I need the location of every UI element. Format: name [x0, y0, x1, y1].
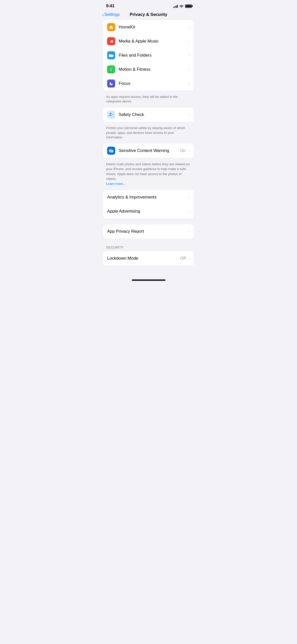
chevron-right-icon: ›: [189, 229, 190, 233]
media-music-label: Media & Apple Music: [119, 39, 187, 44]
sensitive-content-item[interactable]: Sensitive Content Warning On ›: [103, 144, 194, 158]
chevron-right-icon: ›: [189, 256, 190, 260]
advertising-label: Apple Advertising: [107, 209, 187, 214]
sensitive-content-value: On: [180, 148, 186, 153]
chevron-right-icon: ›: [189, 53, 190, 57]
analytics-advertising-group: Analytics & Improvements › Apple Adverti…: [103, 190, 194, 218]
permissions-group: HomeKit › Media & Apple Music › Files an…: [103, 20, 194, 91]
focus-label: Focus: [119, 81, 187, 86]
safety-check-item[interactable]: Safety Check ›: [103, 108, 194, 122]
page-title: Privacy & Security: [130, 12, 167, 17]
chevron-right-icon: ›: [189, 39, 190, 43]
chevron-right-icon: ›: [189, 25, 190, 29]
analytics-label: Analytics & Improvements: [107, 195, 187, 200]
chevron-right-icon: ›: [189, 209, 190, 213]
svg-point-0: [112, 68, 112, 68]
security-section-label: SECURITY: [99, 240, 198, 251]
music-icon: [107, 37, 115, 45]
home-bar: [132, 279, 165, 281]
analytics-item[interactable]: Analytics & Improvements ›: [103, 190, 194, 204]
files-icon: [107, 51, 115, 59]
security-group: Lockdown Mode Off ›: [103, 251, 194, 265]
chevron-right-icon: ›: [189, 113, 190, 117]
lockdown-mode-item[interactable]: Lockdown Mode Off ›: [103, 251, 194, 265]
signal-icon: [173, 5, 178, 8]
app-privacy-report-item[interactable]: App Privacy Report ›: [103, 224, 194, 238]
status-time: 9:41: [106, 4, 114, 9]
nav-header: ‹ Settings Privacy & Security: [99, 11, 198, 20]
battery-icon: [185, 5, 192, 8]
safety-check-note: Protect your personal safety by staying …: [99, 124, 198, 144]
homekit-icon: [107, 23, 115, 31]
back-chevron-icon: ‹: [102, 12, 104, 17]
focus-item[interactable]: Focus ›: [103, 76, 194, 91]
media-music-item[interactable]: Media & Apple Music ›: [103, 34, 194, 48]
back-button[interactable]: ‹ Settings: [102, 12, 120, 17]
learn-more-link[interactable]: Learn more...: [106, 182, 125, 186]
sensitive-content-label: Sensitive Content Warning: [119, 148, 180, 153]
status-icons: [173, 5, 192, 8]
app-privacy-report-label: App Privacy Report: [107, 229, 187, 234]
chevron-right-icon: ›: [189, 67, 190, 71]
motion-fitness-label: Motion & Fitness: [119, 67, 187, 72]
lockdown-mode-label: Lockdown Mode: [107, 256, 180, 261]
fitness-icon: [107, 65, 115, 73]
homekit-label: HomeKit: [119, 25, 187, 30]
motion-fitness-item[interactable]: Motion & Fitness ›: [103, 62, 194, 76]
advertising-item[interactable]: Apple Advertising ›: [103, 204, 194, 218]
sensitive-content-note: Detect nude photos and videos before the…: [99, 160, 198, 190]
app-privacy-report-group: App Privacy Report ›: [103, 224, 194, 238]
home-indicator: [99, 277, 198, 283]
sensitive-content-icon: [107, 147, 115, 155]
back-label: Settings: [104, 12, 120, 17]
wifi-icon: [179, 5, 184, 8]
status-bar: 9:41: [99, 0, 198, 11]
chevron-right-icon: ›: [189, 82, 190, 86]
safety-check-label: Safety Check: [119, 112, 187, 117]
content: HomeKit › Media & Apple Music › Files an…: [99, 20, 198, 277]
permissions-note: As apps request access, they will be add…: [99, 93, 198, 108]
chevron-right-icon: ›: [189, 149, 190, 153]
safety-check-icon: [107, 111, 115, 119]
homekit-item[interactable]: HomeKit ›: [103, 20, 194, 34]
svg-point-1: [110, 113, 111, 114]
files-folders-item[interactable]: Files and Folders ›: [103, 48, 194, 62]
sensitive-content-group: Sensitive Content Warning On ›: [103, 144, 194, 158]
lockdown-mode-value: Off: [180, 256, 186, 261]
safety-check-group: Safety Check ›: [103, 108, 194, 122]
chevron-right-icon: ›: [189, 195, 190, 199]
files-label: Files and Folders: [119, 53, 187, 58]
focus-icon: [107, 79, 115, 88]
